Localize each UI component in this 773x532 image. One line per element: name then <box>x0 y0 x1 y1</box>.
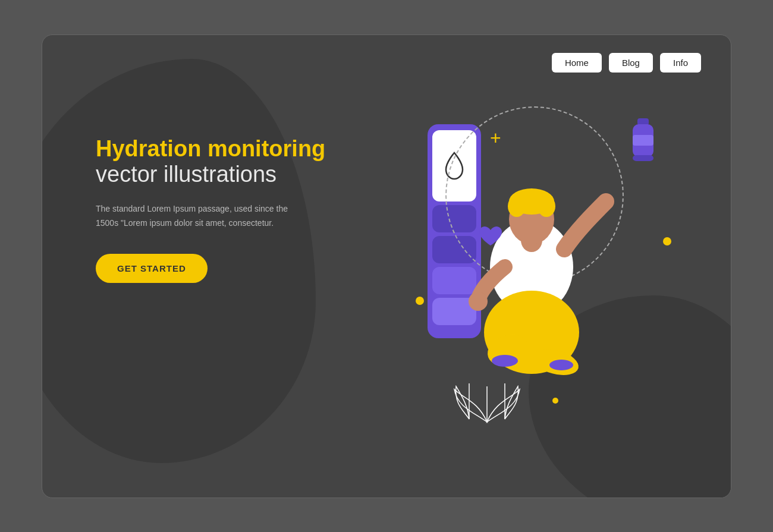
svg-point-4 <box>492 355 518 367</box>
decorative-dot-3 <box>663 237 671 245</box>
leaves-svg <box>451 377 523 425</box>
heart-svg <box>478 225 503 248</box>
bottle-svg <box>627 118 659 166</box>
hero-subtitle: The standard Lorem Ipsum passage, used s… <box>96 202 298 231</box>
heart-icon-area <box>478 225 503 250</box>
navigation: Home Blog Info <box>552 53 701 73</box>
nav-info-button[interactable]: Info <box>660 53 701 73</box>
decorative-dot-4 <box>552 398 558 404</box>
nav-home-button[interactable]: Home <box>552 53 602 73</box>
character-illustration <box>422 142 636 380</box>
svg-point-9 <box>508 196 526 217</box>
illustration-area: + <box>362 71 695 475</box>
main-card: Home Blog Info Hydration monitoring vect… <box>42 34 731 498</box>
hero-content: Hydration monitoring vector illustration… <box>96 136 325 284</box>
svg-point-11 <box>469 292 488 311</box>
hero-title-highlighted: Hydration monitoring <box>96 136 325 162</box>
svg-point-10 <box>538 196 555 217</box>
plus-icon: + <box>490 127 501 149</box>
water-bottle <box>627 118 659 168</box>
get-started-button[interactable]: GET STARTED <box>96 254 208 283</box>
leaf-decoration <box>451 377 523 427</box>
nav-blog-button[interactable]: Blog <box>609 53 653 73</box>
svg-rect-15 <box>633 155 653 161</box>
svg-rect-14 <box>633 135 653 146</box>
svg-point-5 <box>549 360 573 370</box>
hero-title-plain: vector illustrations <box>96 162 325 188</box>
